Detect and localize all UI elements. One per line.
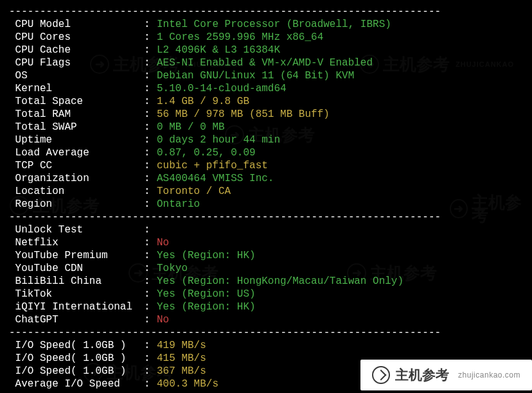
row-value: AS400464 VMISS Inc. (157, 172, 274, 185)
row-colon: : (144, 198, 157, 211)
row-colon: : (144, 121, 157, 134)
row-label: ChatGPT (9, 313, 144, 326)
info-row: I/O Speed( 1.0GB ): 419 MB/s (9, 339, 523, 352)
terminal-output: ----------------------------------------… (9, 5, 523, 393)
watermark-url: zhujicankao.com (458, 369, 520, 381)
info-row: Kernel: 5.10.0-14-cloud-amd64 (9, 82, 523, 95)
row-label: CPU Model (9, 18, 144, 31)
row-value: 400.3 MB/s (157, 378, 218, 390)
row-value: Toronto / CA (157, 185, 231, 198)
separator-line: ----------------------------------------… (9, 211, 523, 223)
separator-line: ----------------------------------------… (9, 5, 523, 18)
info-row: YouTube Premium: Yes (Region: HK) (9, 249, 523, 262)
row-label: Location (9, 185, 144, 198)
info-row: Uptime: 0 days 2 hour 44 min (9, 134, 523, 146)
info-row: Total RAM: 56 MB / 978 MB (851 MB Buff) (9, 108, 523, 121)
row-colon: : (144, 288, 157, 301)
info-row: Organization: AS400464 VMISS Inc. (9, 172, 523, 185)
row-label: I/O Speed( 1.0GB ) (9, 352, 144, 365)
row-label: CPU Cache (9, 44, 144, 57)
info-row: BiliBili China: Yes (Region: HongKong/Ma… (9, 275, 523, 288)
row-label: CPU Flags (9, 57, 144, 69)
row-label: I/O Speed( 1.0GB ) (9, 365, 144, 378)
row-label: CPU Cores (9, 31, 144, 44)
row-label: Total RAM (9, 108, 144, 121)
row-value: 0.87, 0.25, 0.09 (157, 146, 256, 159)
row-colon: : (144, 82, 157, 95)
unlock-block: Netflix: No YouTube Premium: Yes (Region… (9, 236, 523, 326)
info-row: CPU Cores: 1 Cores 2599.996 MHz x86_64 (9, 31, 523, 44)
row-label: Total Space (9, 95, 144, 108)
row-value: No (157, 236, 169, 249)
row-value: cubic + pfifo_fast (157, 159, 268, 172)
row-colon: : (144, 185, 157, 198)
info-row: TCP CC: cubic + pfifo_fast (9, 159, 523, 172)
row-label: I/O Speed( 1.0GB ) (9, 339, 144, 352)
row-colon: : (144, 159, 157, 172)
row-label: Netflix (9, 236, 144, 249)
row-value: AES-NI Enabled & VM-x/AMD-V Enabled (157, 57, 373, 69)
row-label: iQIYI International (9, 301, 144, 313)
row-value: 1.4 GB / 9.8 GB (157, 95, 249, 108)
info-row: iQIYI International: Yes (Region: HK) (9, 301, 523, 313)
info-row: Location: Toronto / CA (9, 185, 523, 198)
info-row: OS: Debian GNU/Linux 11 (64 Bit) KVM (9, 69, 523, 82)
watermark-solid: 主机参考 zhujicankao.com (360, 360, 532, 390)
info-row: CPU Cache: L2 4096K & L3 16384K (9, 44, 523, 57)
row-label: Uptime (9, 134, 144, 146)
info-row: CPU Flags: AES-NI Enabled & VM-x/AMD-V E… (9, 57, 523, 69)
row-label: Kernel (9, 82, 144, 95)
row-colon: : (144, 223, 157, 236)
row-colon: : (144, 69, 157, 82)
row-colon: : (144, 236, 157, 249)
row-value: Tokyo (157, 262, 188, 275)
separator-line: ----------------------------------------… (9, 390, 523, 393)
info-row: CPU Model: Intel Core Processor (Broadwe… (9, 18, 523, 31)
row-label: OS (9, 69, 144, 82)
row-value: Yes (Region: HK) (157, 301, 256, 313)
row-value: 5.10.0-14-cloud-amd64 (157, 82, 287, 95)
row-colon: : (144, 365, 157, 378)
row-label: Region (9, 198, 144, 211)
row-colon: : (144, 262, 157, 275)
row-value: Ontario (157, 198, 200, 211)
row-value: 367 MB/s (157, 365, 206, 378)
row-colon: : (144, 18, 157, 31)
sysinfo-block: CPU Model: Intel Core Processor (Broadwe… (9, 18, 523, 211)
row-label: Organization (9, 172, 144, 185)
row-value: 415 MB/s (157, 352, 206, 365)
row-colon: : (144, 172, 157, 185)
row-label: Load Average (9, 146, 144, 159)
info-row: ChatGPT: No (9, 313, 523, 326)
row-colon: : (144, 249, 157, 262)
row-label: Average I/O Speed (9, 378, 144, 390)
info-row: TikTok: Yes (Region: US) (9, 288, 523, 301)
row-value: Yes (Region: HongKong/Macau/Taiwan Only) (157, 275, 403, 288)
row-colon: : (144, 57, 157, 69)
row-colon: : (144, 339, 157, 352)
row-value: 419 MB/s (157, 339, 206, 352)
row-value: Intel Core Processor (Broadwell, IBRS) (157, 18, 391, 31)
row-colon: : (144, 352, 157, 365)
row-colon: : (144, 378, 157, 390)
row-value: Yes (Region: HK) (157, 249, 256, 262)
row-colon: : (144, 134, 157, 146)
row-colon: : (144, 313, 157, 326)
info-row: Total SWAP: 0 MB / 0 MB (9, 121, 523, 134)
row-label: YouTube CDN (9, 262, 144, 275)
row-colon: : (144, 301, 157, 313)
row-value: 1 Cores 2599.996 MHz x86_64 (157, 31, 323, 44)
row-value: Yes (Region: US) (157, 288, 256, 301)
row-value: No (157, 313, 169, 326)
row-colon: : (144, 108, 157, 121)
row-value: 56 MB / 978 MB (851 MB Buff) (157, 108, 330, 121)
row-label: Unlock Test (9, 223, 144, 236)
row-label: YouTube Premium (9, 249, 144, 262)
row-colon: : (144, 31, 157, 44)
row-value: 0 days 2 hour 44 min (157, 134, 280, 146)
row-label: TikTok (9, 288, 144, 301)
row-label: Total SWAP (9, 121, 144, 134)
row-value: Debian GNU/Linux 11 (64 Bit) KVM (157, 69, 354, 82)
info-row: Region: Ontario (9, 198, 523, 211)
logo-icon (372, 366, 390, 384)
